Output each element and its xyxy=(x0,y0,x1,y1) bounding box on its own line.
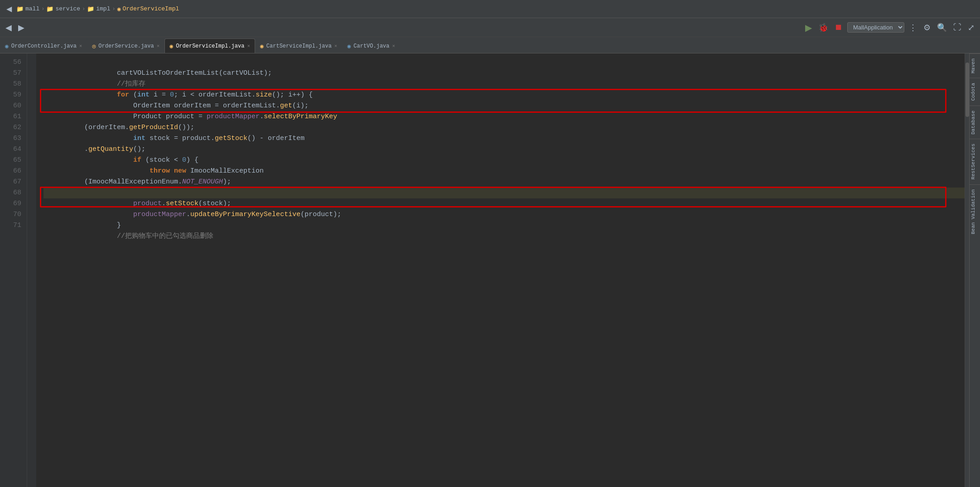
run-button[interactable]: ▶ xyxy=(803,21,814,34)
code-line-67: } xyxy=(43,177,965,188)
breadcrumb-class[interactable]: OrderServiceImpl xyxy=(122,5,179,12)
stop-button[interactable]: ⏹ xyxy=(833,22,845,33)
full-screen-button[interactable]: ⤢ xyxy=(966,22,976,34)
rest-services-panel-tab[interactable]: RestServices xyxy=(970,139,980,184)
toolbar-left: ◀ ▶ xyxy=(4,22,26,34)
code-line-62: int stock = product.getStock() - orderIt… xyxy=(43,122,965,133)
code-line-56: cartVOListToOrderItemList(cartVOList); xyxy=(43,57,965,68)
tab-label-controller: OrderController.java xyxy=(11,43,77,49)
database-panel-tab[interactable]: Database xyxy=(970,106,980,139)
tab-order-service[interactable]: ◎ OrderService.java × xyxy=(87,39,164,53)
code-line-60: Product product = productMapper.selectBy… xyxy=(43,101,965,111)
code-line-58: for (int i = 0; i < orderItemList.size()… xyxy=(43,79,965,90)
ln-60: 60 xyxy=(0,101,27,111)
ln-61: 61 xyxy=(0,111,27,122)
tab-order-controller[interactable]: ◉ OrderController.java × xyxy=(0,39,87,53)
code-line-61: (orderItem.getProductId()); xyxy=(43,111,965,122)
tab-cart-vo[interactable]: ◉ CartVO.java × xyxy=(342,39,400,53)
tab-icon-cart-impl: ◉ xyxy=(260,43,264,50)
tab-close-impl[interactable]: × xyxy=(247,43,250,49)
ln-63: 63 xyxy=(0,133,27,144)
ln-62: 62 xyxy=(0,122,27,133)
code-line-66: (ImoocMallExceptionEnum.NOT_ENOUGH); xyxy=(43,166,965,177)
ln-59: 59 xyxy=(0,90,27,101)
code-line-70: } xyxy=(43,209,965,220)
forward-nav-button[interactable]: ▶ xyxy=(16,22,26,34)
breadcrumb-mall[interactable]: mall xyxy=(25,5,39,12)
run-config-select[interactable]: MallApplication xyxy=(847,22,904,33)
tab-order-service-impl[interactable]: ◉ OrderServiceImpl.java × xyxy=(164,39,255,53)
ln-69: 69 xyxy=(0,198,27,209)
tab-close-cart-vo[interactable]: × xyxy=(392,43,396,49)
code-line-69: productMapper.updateByPrimaryKeySelectiv… xyxy=(43,198,965,209)
settings-button[interactable]: ⚙ xyxy=(922,22,932,34)
ln-67: 67 xyxy=(0,177,27,188)
tab-label-service: OrderService.java xyxy=(98,43,154,49)
ln-58: 58 xyxy=(0,79,27,90)
main-layout: 56 57 58 59 60 61 62 63 64 65 66 67 68 6… xyxy=(0,53,980,487)
impl-folder-icon: 📁 xyxy=(87,5,94,13)
tab-icon-controller: ◉ xyxy=(5,43,9,50)
ln-56: 56 xyxy=(0,57,27,68)
tab-label-impl: OrderServiceImpl.java xyxy=(176,43,244,49)
tab-icon-service: ◎ xyxy=(92,43,96,50)
tabs-bar: ◉ OrderController.java × ◎ OrderService.… xyxy=(0,37,980,53)
code-content: 56 57 58 59 60 61 62 63 64 65 66 67 68 6… xyxy=(0,53,969,487)
tab-close-cart-impl[interactable]: × xyxy=(334,43,338,49)
breadcrumb-bar: ◀ 📁 mall › 📁 service › 📁 impl › ◉ OrderS… xyxy=(0,0,980,18)
code-line-63: .getQuantity(); xyxy=(43,133,965,144)
code-line-64: if (stock < 0) { xyxy=(43,144,965,155)
codota-panel-tab[interactable]: Codota xyxy=(970,78,980,106)
scrollbar-thumb xyxy=(966,63,969,117)
tab-cart-service-impl[interactable]: ◉ CartServiceImpl.java × xyxy=(255,39,342,53)
gutter xyxy=(27,53,36,487)
code-line-57: //扣库存 xyxy=(43,68,965,79)
code-line-68: product.setStock(stock); xyxy=(43,188,965,198)
code-line-71: //把购物车中的已勾选商品删除 xyxy=(43,220,965,231)
tab-label-cart-vo: CartVO.java xyxy=(353,43,389,49)
scrollbar[interactable] xyxy=(965,53,969,487)
ln-65: 65 xyxy=(0,155,27,166)
maximize-button[interactable]: ⛶ xyxy=(951,22,963,33)
code-area[interactable]: 56 57 58 59 60 61 62 63 64 65 66 67 68 6… xyxy=(0,53,969,487)
breadcrumb-service[interactable]: service xyxy=(55,5,80,12)
line-numbers: 56 57 58 59 60 61 62 63 64 65 66 67 68 6… xyxy=(0,53,27,487)
tab-close-controller[interactable]: × xyxy=(79,43,82,49)
ln-57: 57 xyxy=(0,68,27,79)
toolbar-right: ▶ 🐞 ⏹ MallApplication ⋮ ⚙ 🔍 ⛶ ⤢ xyxy=(803,21,976,34)
bean-validation-panel-tab[interactable]: Bean Validation xyxy=(970,184,980,239)
more-button[interactable]: ⋮ xyxy=(907,22,919,34)
code-line-65: throw new ImoocMallException xyxy=(43,155,965,166)
tab-close-service[interactable]: × xyxy=(157,43,160,49)
ln-68: 68 xyxy=(0,188,27,198)
search-everywhere-button[interactable]: 🔍 xyxy=(935,22,949,34)
service-folder-icon: 📁 xyxy=(46,5,53,13)
debug-button[interactable]: 🐞 xyxy=(816,22,830,34)
code-lines[interactable]: cartVOListToOrderItemList(cartVOList); /… xyxy=(36,53,965,487)
tab-icon-impl: ◉ xyxy=(169,43,173,50)
toolbar: ◀ ▶ ▶ 🐞 ⏹ MallApplication ⋮ ⚙ 🔍 ⛶ ⤢ xyxy=(0,18,980,37)
breadcrumb: 📁 mall › 📁 service › 📁 impl › ◉ OrderSer… xyxy=(16,5,179,13)
breadcrumb-impl[interactable]: impl xyxy=(96,5,110,12)
maven-panel-tab[interactable]: Maven xyxy=(970,53,980,78)
ln-71: 71 xyxy=(0,220,27,231)
back-nav-button[interactable]: ◀ xyxy=(4,22,14,34)
ln-64: 64 xyxy=(0,144,27,155)
ln-66: 66 xyxy=(0,166,27,177)
code-line-59: OrderItem orderItem = orderItemList.get(… xyxy=(43,90,965,101)
ln-70: 70 xyxy=(0,209,27,220)
tab-icon-cart-vo: ◉ xyxy=(347,43,351,50)
class-icon: ◉ xyxy=(117,5,121,13)
back-button[interactable]: ◀ xyxy=(4,4,14,14)
mall-folder-icon: 📁 xyxy=(16,5,24,13)
tab-label-cart-impl: CartServiceImpl.java xyxy=(266,43,332,49)
right-panels: Maven Codota Database RestServices Bean … xyxy=(969,53,980,487)
